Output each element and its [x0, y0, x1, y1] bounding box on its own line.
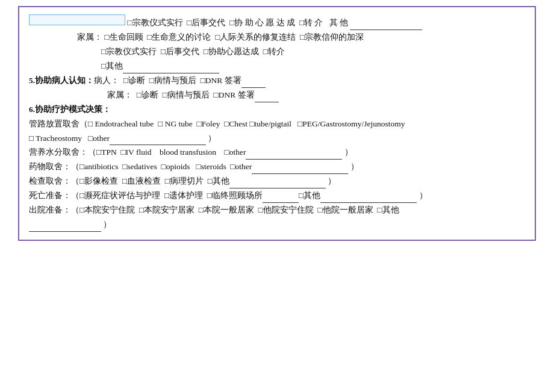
section5-family: 家属： □诊断 □病情与预后 □DNR 签署 — [107, 89, 525, 102]
document-box: □宗教仪式实行 □后事交代 □协 助 心 愿 达 成 □转 介 其 他 家属： … — [18, 6, 536, 241]
blank-dnr-1 — [241, 79, 266, 88]
family-other: □其他 — [101, 60, 219, 73]
blank-other-family — [123, 65, 219, 73]
exam-line: 检查取舍：（□影像检查 □血液检查 □病理切片 □其他 ） — [29, 175, 525, 188]
family-label-5: 家属： — [107, 89, 137, 102]
discharge-line-1: 出院准备：（□本院安宁住院 □本院安宁居家 □本院一般居家 □他院安宁住院 □他… — [29, 204, 525, 217]
blank-other-1 — [350, 22, 422, 30]
page-container: □宗教仪式实行 □后事交代 □协 助 心 愿 达 成 □转 介 其 他 家属： … — [0, 0, 554, 392]
tube-line-1: 管路放置取舍（ □ Endotracheal tube □ NG tube □F… — [29, 117, 525, 131]
top-input-box[interactable] — [29, 14, 125, 25]
blank-tube-other — [110, 137, 206, 146]
blank-nutrition-other — [246, 152, 342, 160]
line-family-3: □其他 — [101, 60, 525, 73]
family-items-1: □生命回顾 □生命意义的讨论 □人际关系的修复连结 □宗教信仰的加深 — [104, 31, 364, 45]
line1-items: □宗教仪式实行 □后事交代 □协 助 心 愿 达 成 □转 介 其 他 — [125, 16, 422, 30]
blank-discharge-other — [29, 224, 101, 232]
section6-title: 6.协助疗护模式决策： — [29, 103, 525, 117]
blank-exam-other — [229, 181, 326, 189]
nutrition-line: 营养水分取舍：（□TPN □IV fluid blood transfusion… — [29, 146, 525, 160]
section5-title: 5.协助病人认知：病人： — [29, 74, 123, 88]
section5-patient: 5.协助病人认知：病人： □诊断 □病情与预后 □DNR 签署 — [29, 74, 525, 88]
line-family-2: □宗教仪式实行 □后事交代 □协助心愿达成 □转介 — [101, 45, 525, 59]
section5-family-items: □诊断 □病情与预后 □DNR 签署 — [137, 89, 279, 102]
tube-line-2: □ Tracheostomy □other ） — [29, 132, 525, 146]
family-items-2: □宗教仪式实行 □后事交代 □协助心愿达成 □转介 — [101, 45, 285, 59]
blank-death-other — [320, 195, 417, 204]
family-label-1: 家属： — [77, 31, 104, 45]
blank-medicine-other — [252, 166, 348, 175]
line-family-1: 家属： □生命回顾 □生命意义的讨论 □人际关系的修复连结 □宗教信仰的加深 — [77, 31, 525, 45]
death-line: 死亡准备：（□濒死症状评估与护理 □遗体护理 □临终照顾场所□其他 ） — [29, 189, 525, 203]
blank-death-place — [263, 195, 299, 204]
section5-patient-items: □诊断 □病情与预后 □DNR 签署 — [123, 74, 266, 88]
blank-dnr-2 — [255, 94, 279, 102]
line-top: □宗教仪式实行 □后事交代 □协 助 心 愿 达 成 □转 介 其 他 — [29, 14, 525, 30]
discharge-line-2: ） — [29, 218, 525, 232]
medicine-line: 药物取舍：（□antibiotics □sedatives □opioids □… — [29, 160, 525, 174]
